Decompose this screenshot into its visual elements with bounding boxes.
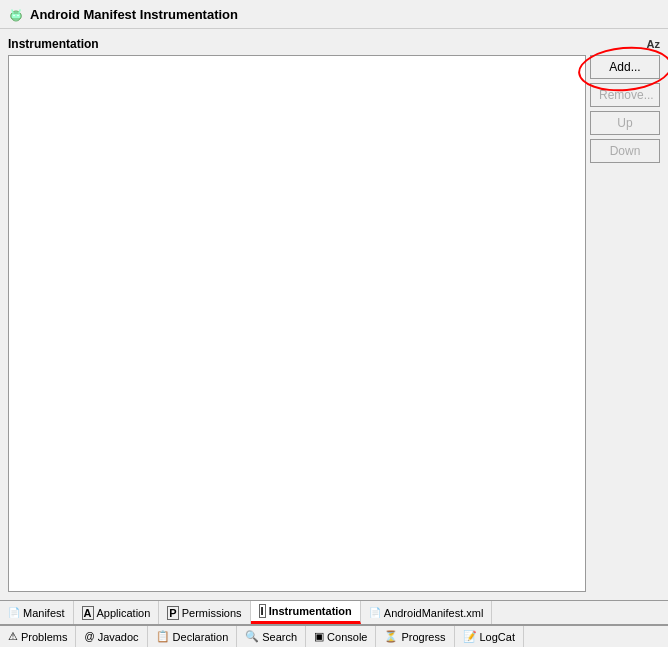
tab-manifest[interactable]: 📄 Manifest — [0, 601, 74, 624]
tab-javadoc-label: Javadoc — [98, 631, 139, 643]
svg-line-3 — [19, 10, 20, 13]
content-area: Add... Remove... Up Down — [8, 55, 660, 592]
editor-tab-bar: 📄 Manifest A Application P Permissions I… — [0, 601, 668, 625]
add-button[interactable]: Add... — [590, 55, 660, 79]
up-button[interactable]: Up — [590, 111, 660, 135]
tab-androidmanifest-label: AndroidManifest.xml — [384, 607, 484, 619]
tab-instrumentation[interactable]: I Instrumentation — [251, 601, 361, 624]
tab-problems-label: Problems — [21, 631, 67, 643]
bottom-tab-bar: ⚠ Problems @ Javadoc 📋 Declaration 🔍 Sea… — [0, 625, 668, 647]
tab-application-label: Application — [97, 607, 151, 619]
title-bar: Android Manifest Instrumentation — [0, 0, 668, 29]
svg-point-4 — [13, 15, 15, 17]
add-button-wrapper: Add... — [590, 55, 660, 79]
tab-manifest-label: Manifest — [23, 607, 65, 619]
remove-button[interactable]: Remove... — [590, 83, 660, 107]
tab-console-label: Console — [327, 631, 367, 643]
tab-search-label: Search — [262, 631, 297, 643]
tab-logcat-label: LogCat — [480, 631, 515, 643]
logcat-icon: 📝 — [463, 630, 477, 643]
instrumentation-list — [8, 55, 586, 592]
tab-application[interactable]: A Application — [74, 601, 160, 624]
tab-javadoc[interactable]: @ Javadoc — [76, 626, 147, 647]
search-icon: 🔍 — [245, 630, 259, 643]
main-window: Android Manifest Instrumentation Instrum… — [0, 0, 668, 647]
tab-progress[interactable]: ⏳ Progress — [376, 626, 454, 647]
tab-permissions[interactable]: P Permissions — [159, 601, 250, 624]
tab-console[interactable]: ▣ Console — [306, 626, 376, 647]
tab-instrumentation-label: Instrumentation — [269, 605, 352, 617]
tab-search[interactable]: 🔍 Search — [237, 626, 306, 647]
svg-line-2 — [12, 10, 13, 13]
manifest-tab-icon: 📄 — [8, 607, 20, 618]
progress-icon: ⏳ — [384, 630, 398, 643]
editor-tab-bar-container: 📄 Manifest A Application P Permissions I… — [0, 600, 668, 625]
main-content: Instrumentation Az Add... Remove... Up D… — [0, 29, 668, 600]
tab-permissions-label: Permissions — [182, 607, 242, 619]
declaration-icon: 📋 — [156, 630, 170, 643]
application-tab-icon: A — [82, 606, 94, 620]
page-title: Android Manifest Instrumentation — [30, 7, 238, 22]
javadoc-icon: @ — [84, 631, 94, 642]
androidmanifest-tab-icon: 📄 — [369, 607, 381, 618]
tab-progress-label: Progress — [401, 631, 445, 643]
svg-point-5 — [17, 15, 19, 17]
section-label: Instrumentation — [8, 37, 99, 51]
tab-declaration-label: Declaration — [173, 631, 229, 643]
tab-declaration[interactable]: 📋 Declaration — [148, 626, 238, 647]
button-panel: Add... Remove... Up Down — [590, 55, 660, 592]
problems-icon: ⚠ — [8, 630, 18, 643]
tab-logcat[interactable]: 📝 LogCat — [455, 626, 524, 647]
tab-androidmanifest[interactable]: 📄 AndroidManifest.xml — [361, 601, 493, 624]
sort-az-icon[interactable]: Az — [647, 38, 660, 50]
down-button[interactable]: Down — [590, 139, 660, 163]
instrumentation-tab-icon: I — [259, 604, 266, 618]
tab-problems[interactable]: ⚠ Problems — [0, 626, 76, 647]
android-icon — [8, 6, 24, 22]
console-icon: ▣ — [314, 630, 324, 643]
section-header: Instrumentation Az — [8, 37, 660, 51]
permissions-tab-icon: P — [167, 606, 178, 620]
svg-rect-1 — [11, 13, 21, 19]
